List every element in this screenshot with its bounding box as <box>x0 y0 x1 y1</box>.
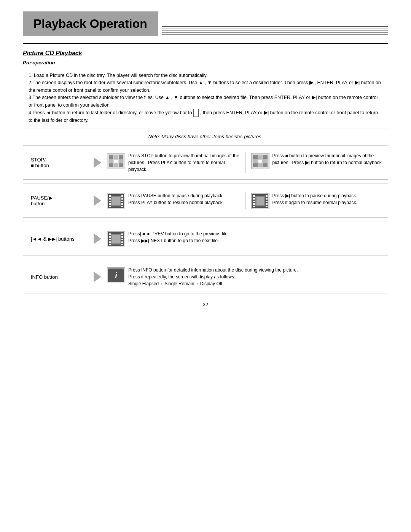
op-col-divider-stop <box>245 152 246 173</box>
page-number: 32 <box>23 302 388 307</box>
stop-symbol: ■ <box>31 163 34 168</box>
dots-icon: .. <box>193 109 199 117</box>
page-header: Playback Operation <box>23 11 388 36</box>
op-col-info-1: i Press INFO button for detailed informa… <box>107 267 384 287</box>
arrow-prevnext <box>88 233 107 244</box>
film-icon-svg-2 <box>252 194 268 208</box>
op-text-prevnext: Press|◄◄ PREV button to go to the previo… <box>128 230 384 244</box>
op-detail-prevnext: Press|◄◄ PREV button to go to the previo… <box>107 230 384 247</box>
op-row-stop: STOP/ ■ button Press STOP bu <box>23 145 388 180</box>
op-label-prevnext: |◄◄ & ▶▶| buttons <box>27 236 88 242</box>
arrow-icon-info <box>94 272 101 282</box>
film-icon-1 <box>107 193 125 209</box>
instruction-box: 1. Load a Picture CD in the disc tray. T… <box>23 68 388 128</box>
op-label-stop: STOP/ ■ button <box>27 157 88 168</box>
thumbnail-icon-2 <box>251 153 269 169</box>
op-detail-info: i Press INFO button for detailed informa… <box>107 267 384 287</box>
op-row-prevnext: |◄◄ & ▶▶| buttons Press|◄◄ PREV button t… <box>23 222 388 256</box>
thumb-grid-2 <box>253 155 268 167</box>
arrow-stop <box>88 157 107 168</box>
op-detail-pause: Press PAUSE button to pause during playb… <box>107 192 384 209</box>
op-row-info: INFO button i Press INFO button for deta… <box>23 260 388 294</box>
info-symbol: i <box>108 268 124 282</box>
arrow-pause <box>88 195 107 206</box>
instruction-2: 2.The screen displays the root folder wi… <box>29 79 382 94</box>
header-line-5 <box>162 34 388 35</box>
title-box: Playback Operation <box>23 11 158 36</box>
op-col-pause-2: Press ▶| button to pause during playback… <box>251 192 384 209</box>
op-row-pause: PAUSE/▶|button Press PAUSE button to pau… <box>23 184 388 218</box>
instruction-1: 1. Load a Picture CD in the disc tray. T… <box>29 72 382 79</box>
op-detail-stop: Press STOP button to preview thumbnail i… <box>107 152 384 173</box>
op-text-stop-1: Press STOP button to preview thumbnail i… <box>128 152 240 173</box>
film-icon-2 <box>251 193 269 209</box>
op-text-info: Press INFO button for detailed informati… <box>128 267 384 287</box>
pre-op-label: Pre-operation <box>23 60 388 66</box>
op-text-pause-2: Press ▶| button to pause during playback… <box>272 192 384 206</box>
header-decoration <box>158 11 388 36</box>
arrow-icon <box>94 157 101 168</box>
page-title: Playback Operation <box>33 17 147 31</box>
op-col-prevnext-1: Press|◄◄ PREV button to go to the previo… <box>107 230 384 247</box>
header-line-1 <box>162 26 388 27</box>
arrow-icon-prevnext <box>94 233 101 244</box>
section-title: Picture CD Playback <box>23 50 388 57</box>
op-label-info: INFO button <box>27 274 88 280</box>
op-col-divider-pause <box>245 192 246 209</box>
op-col-stop-2: Press ■ button to preview thumbnail imag… <box>251 152 384 169</box>
thumb-grid-1 <box>109 155 123 167</box>
op-col-stop-1: Press STOP button to preview thumbnail i… <box>107 152 240 173</box>
thumbnail-icon-1 <box>107 153 125 169</box>
film-icon-prevnext <box>107 231 125 247</box>
main-divider <box>23 43 388 44</box>
op-text-stop-2: Press ■ button to preview thumbnail imag… <box>272 152 384 166</box>
op-label-pause: PAUSE/▶|button <box>27 195 88 206</box>
film-icon-svg-pn <box>108 232 124 246</box>
arrow-info <box>88 272 107 282</box>
instruction-4: 4.Press ◄ button to return to last folde… <box>29 109 382 124</box>
op-col-pause-1: Press PAUSE button to pause during playb… <box>107 192 240 209</box>
arrow-icon-pause <box>94 195 101 206</box>
header-line-3 <box>162 30 388 31</box>
note-text: Note: Many discs have other items beside… <box>23 134 388 139</box>
op-text-pause-1: Press PAUSE button to pause during playb… <box>128 192 240 206</box>
instruction-3: 3.The screen enters the selected subfold… <box>29 94 382 109</box>
header-line-2 <box>162 29 388 29</box>
film-icon-svg-1 <box>108 194 124 208</box>
header-line-4 <box>162 32 388 33</box>
info-icon-box: i <box>107 267 125 283</box>
